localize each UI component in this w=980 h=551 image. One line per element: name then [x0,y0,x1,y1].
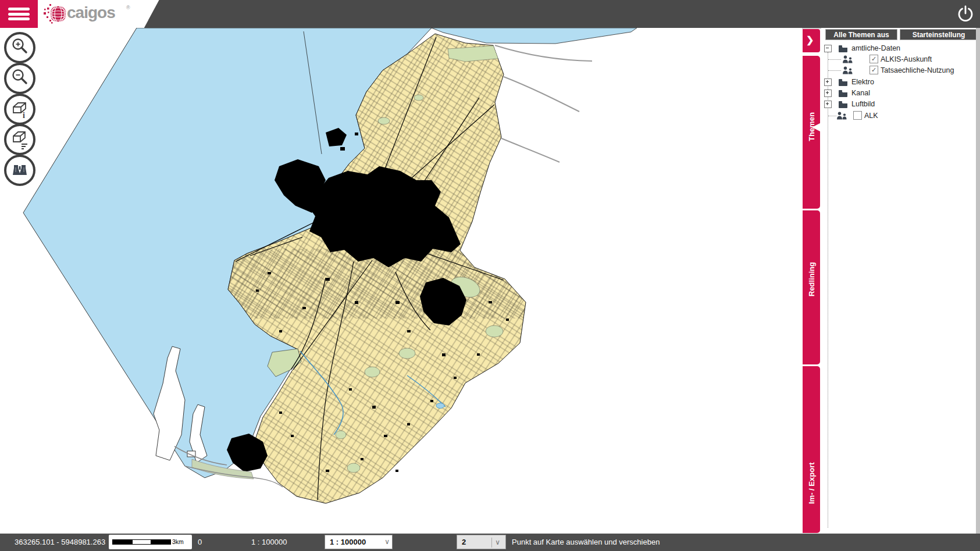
caigos-globe-icon [42,2,68,26]
outside-roads [495,45,592,162]
water-ne-strip [432,28,637,44]
pond [436,403,444,409]
power-icon [953,5,978,24]
scale-bar [112,539,171,545]
folder-icon [838,78,848,88]
start-settings-button[interactable]: Starteinstellung [900,29,978,40]
rotation-value: 0 [198,538,202,546]
zoom-out-button[interactable] [4,63,35,94]
magnifier-minus-icon [6,65,33,92]
tree-connector [828,116,836,116]
status-message: Punkt auf Karte auswählen und verschiebe… [512,538,660,546]
search-button[interactable] [4,155,35,186]
tab-themen[interactable]: Themen [803,56,820,209]
map-layers-button[interactable] [4,124,35,155]
main-menu-button[interactable] [0,0,38,28]
expand-toggle[interactable] [824,78,832,86]
logo-text: caigos [67,3,115,22]
tree-connector [828,52,828,528]
map-canvas[interactable] [0,28,802,534]
panel-collapse-tab[interactable]: ❯ [803,29,820,52]
tree-item-kanal[interactable]: Kanal [821,88,972,98]
app-header: caigos ® [0,0,980,28]
layer-checkbox[interactable]: ✓ [869,66,878,74]
tree-item-alkis-auskunft[interactable]: ✓ALKIS-Auskunft [821,54,972,65]
magnifier-plus-icon [6,34,33,61]
coordinates-readout: 363265.101 - 5948981.263 [15,538,105,546]
logo-registered-mark: ® [126,5,130,10]
tree-item-tatsaechliche-nutzung[interactable]: ✓Tatsaechliche-Nutzung [821,65,972,76]
status-bar: 363265.101 - 5948981.263 3km 0 1 : 10000… [0,534,980,551]
panel-scrollbar[interactable] [976,28,980,534]
expand-toggle[interactable] [824,90,832,97]
folder-icon [838,89,848,99]
logout-button[interactable] [953,5,978,24]
chevron-down-icon: ∨ [491,538,503,548]
tree-item-luftbild[interactable]: Luftbild [821,99,972,109]
logo-area: caigos ® [38,0,163,28]
tree-item-elektro[interactable]: Elektro [821,77,972,87]
svg-text:i: i [23,111,25,120]
folder-icon [838,44,848,55]
themes-panel: Alle Themen aus Starteinstellung amtlich… [821,28,980,534]
scale-select[interactable]: 1 : 100000 ∨ [325,535,393,549]
layer-users-icon [836,112,847,122]
all-themes-off-button[interactable]: Alle Themen aus [825,29,897,40]
tree-item-amtliche-daten[interactable]: amtliche-Daten [821,43,972,53]
tab-redlining[interactable]: Redlining [803,210,820,364]
level-select[interactable]: 2 ∨ [457,535,506,549]
binoculars-icon [6,157,33,184]
tree-item-alk[interactable]: ALK [821,110,972,121]
zoom-in-button[interactable] [4,32,35,63]
cube-info-icon: i [6,96,33,123]
collapse-toggle[interactable] [824,45,832,52]
active-tab-notch [812,123,820,131]
cube-list-icon [6,126,33,153]
tab-im-export[interactable]: Im- / Export [803,366,820,533]
layer-users-icon [842,66,853,77]
scale-bar-label: 3km [172,538,184,545]
folder-icon [838,100,848,110]
object-info-button[interactable]: i [4,94,35,125]
tree-connector [828,70,841,71]
chevron-down-icon: ∨ [384,538,390,546]
tree-connector [828,59,841,60]
scale-display: 1 : 100000 [251,538,287,546]
layer-checkbox[interactable] [853,111,862,120]
scale-bar-panel: 3km [109,535,192,549]
expand-toggle[interactable] [824,101,832,108]
layer-checkbox[interactable]: ✓ [869,55,878,63]
layer-users-icon [842,55,853,66]
chevron-right-icon: ❯ [806,34,814,45]
